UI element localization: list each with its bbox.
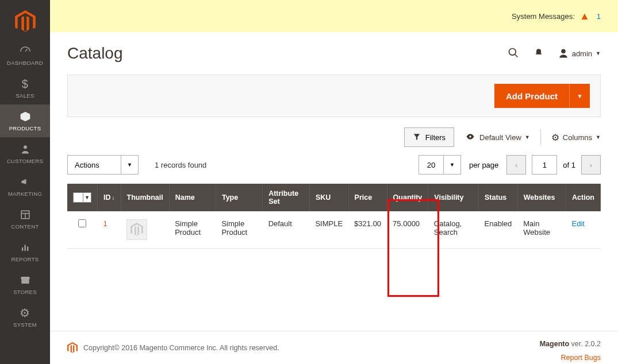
layout-icon: [20, 207, 30, 222]
table-row[interactable]: 1 Simple Product Simple Product Default …: [67, 211, 601, 249]
col-status[interactable]: Status: [479, 184, 518, 211]
nav-customers[interactable]: CUSTOMERS: [0, 137, 50, 170]
svg-point-6: [561, 49, 566, 54]
magento-logo-small: [67, 342, 78, 354]
nav-label: SYSTEM: [13, 322, 37, 328]
col-sku[interactable]: SKU: [309, 184, 348, 211]
cell-websites: Main Website: [517, 211, 566, 249]
col-id[interactable]: ID↓: [98, 184, 121, 211]
magento-logo[interactable]: [0, 5, 50, 39]
cell-price: $321.00: [348, 211, 387, 249]
bell-icon[interactable]: [534, 48, 543, 60]
separator: [540, 129, 541, 145]
col-visibility[interactable]: Visibility: [428, 184, 479, 211]
records-count: 1 records found: [155, 161, 206, 169]
perpage-dropdown[interactable]: ▼: [444, 155, 461, 175]
add-product-dropdown[interactable]: ▼: [569, 84, 590, 108]
grid-toolbar: Filters Default View ▼ ⚙ Columns ▼: [50, 117, 618, 147]
nav-label: REPORTS: [11, 256, 39, 262]
col-select[interactable]: ▼: [67, 184, 98, 211]
dollar-icon: $: [22, 76, 28, 91]
gear-icon: ⚙: [551, 132, 559, 143]
sort-desc-icon: ↓: [112, 195, 115, 201]
nav-label: CONTENT: [11, 223, 39, 230]
col-name[interactable]: Name: [169, 184, 216, 211]
cell-visibility: Catalog, Search: [428, 211, 479, 249]
cell-sku: SIMPLE: [309, 211, 348, 249]
svg-point-0: [24, 145, 27, 149]
system-messages-bar: System Messages: ▲ 1: [50, 0, 618, 32]
report-bugs-link[interactable]: Report Bugs: [540, 354, 601, 362]
default-view-toggle[interactable]: Default View ▼: [465, 133, 530, 142]
chevron-down-icon: ▼: [450, 162, 455, 168]
person-icon: [20, 142, 30, 157]
nav-label: CUSTOMERS: [7, 158, 43, 164]
funnel-icon: [413, 133, 421, 142]
col-quantity[interactable]: Quantity: [387, 184, 428, 211]
add-product-button[interactable]: Add Product: [494, 84, 569, 108]
nav-dashboard[interactable]: DASHBOARD: [0, 39, 50, 72]
filters-label: Filters: [425, 133, 446, 142]
nav-marketing[interactable]: MARKETING: [0, 170, 50, 203]
page-input[interactable]: [532, 155, 557, 175]
nav-sales[interactable]: $ SALES: [0, 72, 50, 104]
mass-actions-select[interactable]: Actions ▼: [67, 155, 139, 175]
cell-quantity: 75.0000: [387, 211, 428, 249]
store-icon: [20, 273, 31, 288]
edit-link[interactable]: Edit: [572, 219, 585, 228]
prev-page-button[interactable]: ‹: [506, 155, 526, 175]
nav-reports[interactable]: REPORTS: [0, 235, 50, 268]
col-attribute-set[interactable]: Attribute Set: [263, 184, 310, 211]
user-name: admin: [572, 49, 592, 58]
col-action[interactable]: Action: [566, 184, 601, 211]
user-menu[interactable]: admin ▼: [558, 48, 601, 59]
nav-label: PRODUCTS: [9, 125, 41, 131]
columns-toggle[interactable]: ⚙ Columns ▼: [551, 132, 601, 143]
search-icon[interactable]: [508, 47, 519, 60]
next-page-button[interactable]: ›: [581, 155, 601, 175]
warning-icon: ▲: [579, 10, 590, 22]
default-view-label: Default View: [479, 133, 521, 142]
svg-point-5: [509, 48, 516, 55]
chevron-down-icon: ▼: [127, 162, 132, 168]
product-grid: ▼ ID↓ Thumbnail Name Type Attribute Set …: [50, 184, 618, 249]
chevron-down-icon: ▼: [596, 134, 601, 140]
chevron-right-icon: ›: [590, 161, 592, 169]
version-label: ver. 2.0.2: [569, 340, 601, 348]
grid-header-row: ▼ ID↓ Thumbnail Name Type Attribute Set …: [67, 184, 601, 211]
actions-dropdown-arrow[interactable]: ▼: [121, 155, 139, 175]
nav-system[interactable]: ⚙ SYSTEM: [0, 301, 50, 334]
system-messages-count[interactable]: 1: [597, 12, 601, 21]
chevron-down-icon: ▼: [596, 51, 601, 56]
bars-icon: [20, 240, 30, 255]
columns-label: Columns: [563, 133, 592, 142]
main-content: System Messages: ▲ 1 Catalog admin ▼ Add…: [50, 0, 618, 364]
chevron-left-icon: ‹: [515, 161, 517, 169]
box-icon: [20, 109, 31, 124]
megaphone-icon: [20, 175, 31, 189]
row-checkbox[interactable]: [78, 219, 86, 227]
nav-content[interactable]: CONTENT: [0, 203, 50, 235]
page-header: Catalog admin ▼: [50, 32, 618, 75]
chevron-down-icon: ▼: [525, 134, 530, 140]
chevron-down-icon: ▼: [83, 193, 91, 202]
col-type[interactable]: Type: [216, 184, 262, 211]
nav-products[interactable]: PRODUCTS: [0, 104, 50, 137]
col-websites[interactable]: Websites: [517, 184, 566, 211]
col-price[interactable]: Price: [348, 184, 387, 211]
select-all-checkbox[interactable]: ▼: [73, 192, 91, 203]
svg-point-7: [469, 135, 471, 138]
perpage-label: per page: [469, 161, 498, 169]
cell-attrset: Default: [263, 211, 310, 249]
filters-button[interactable]: Filters: [404, 127, 454, 147]
svg-rect-4: [27, 247, 28, 251]
actions-button[interactable]: Actions: [67, 155, 121, 175]
cell-name: Simple Product: [169, 211, 216, 249]
nav-stores[interactable]: STORES: [0, 268, 50, 301]
eye-icon: [465, 133, 476, 142]
page-footer: Copyright© 2016 Magento Commerce Inc. Al…: [50, 331, 618, 364]
perpage-input[interactable]: [419, 155, 444, 175]
nav-label: DASHBOARD: [7, 60, 43, 66]
col-thumbnail[interactable]: Thumbnail: [121, 184, 169, 211]
grid-controls: Actions ▼ 1 records found ▼ per page ‹ o…: [50, 147, 618, 184]
